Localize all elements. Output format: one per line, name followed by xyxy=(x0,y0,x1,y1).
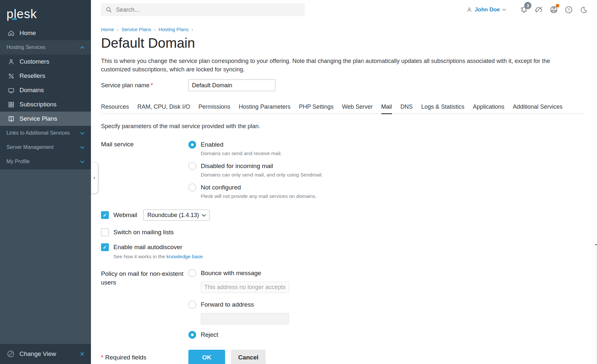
page-title: Default Domain xyxy=(101,35,597,51)
sidebar-section-hosting-services[interactable]: Hosting Services xyxy=(0,40,91,55)
extensions-button[interactable] xyxy=(549,5,559,15)
chevron-up-icon xyxy=(80,46,84,50)
radio-reject[interactable] xyxy=(188,331,196,339)
webmail-select[interactable]: Roundcube (1.4.13) xyxy=(143,210,210,221)
option-description: Plesk will not provide any mail services… xyxy=(201,193,317,199)
cloud-status-button[interactable] xyxy=(534,5,544,15)
dark-mode-button[interactable] xyxy=(579,5,589,15)
radio-forward[interactable] xyxy=(188,301,196,309)
mailing-lists-checkbox[interactable] xyxy=(101,228,109,236)
forward-address-input[interactable] xyxy=(201,313,289,324)
grid-icon xyxy=(7,101,15,108)
policy-option-reject[interactable]: Reject xyxy=(188,331,289,339)
policy-option-bounce[interactable]: Bounce with message xyxy=(188,269,289,277)
sidebar-section-links-additional-services[interactable]: Links to Additional Services xyxy=(0,126,91,140)
chevron-down-icon xyxy=(80,130,84,135)
policy-option-forward[interactable]: Forward to address xyxy=(188,301,289,309)
topbar-right: John Doe 3 ? xyxy=(466,5,589,15)
tab-applications[interactable]: Applications xyxy=(473,103,504,114)
notifications-button[interactable]: 3 xyxy=(519,5,529,15)
radio-disabled-incoming[interactable] xyxy=(188,162,196,170)
option-label: Disabled for incoming mail xyxy=(201,162,323,170)
scrollbar-track xyxy=(595,245,597,364)
chevron-down-icon xyxy=(502,7,506,11)
option-label: Reject xyxy=(201,331,218,339)
sidebar: plesk Home Hosting Services Customers Re… xyxy=(0,0,91,364)
radio-enabled[interactable] xyxy=(188,141,196,149)
option-label: Forward to address xyxy=(201,301,254,309)
option-label: Enabled xyxy=(201,141,282,149)
option-description: Domains can only send mail, and only usi… xyxy=(201,172,323,178)
mail-option-not-configured[interactable]: Not configured Plesk will not provide an… xyxy=(188,184,323,199)
option-description: Domains can send and receive mail. xyxy=(201,151,282,156)
webmail-label: Webmail xyxy=(113,212,137,219)
required-asterisk: * xyxy=(151,82,153,89)
tab-permissions[interactable]: Permissions xyxy=(198,103,230,114)
tab-php-settings[interactable]: PHP Settings xyxy=(299,103,334,114)
sidebar-item-service-plans[interactable]: Service Plans xyxy=(0,112,91,126)
sidebar-item-label: Service Plans xyxy=(19,115,57,122)
plesk-logo[interactable]: plesk xyxy=(0,0,91,26)
autodiscover-row: ✓ Enable mail autodiscover xyxy=(101,243,597,251)
breadcrumb-hosting-plans[interactable]: Hosting Plans xyxy=(159,27,189,32)
tab-hosting-parameters[interactable]: Hosting Parameters xyxy=(239,103,290,114)
breadcrumb-home[interactable]: Home xyxy=(101,27,114,32)
plan-name-input[interactable] xyxy=(188,79,275,91)
tab-mail[interactable]: Mail xyxy=(381,103,392,114)
sidebar-section-label: Links to Additional Services xyxy=(6,130,70,136)
tab-logs-statistics[interactable]: Logs & Statistics xyxy=(421,103,464,114)
sidebar-section-label: Server Management xyxy=(6,144,54,150)
chevron-down-icon xyxy=(202,212,206,217)
home-icon xyxy=(7,29,15,37)
svg-text:?: ? xyxy=(567,7,570,12)
cancel-button[interactable]: Cancel xyxy=(231,350,266,364)
sidebar-section-label: Hosting Services xyxy=(6,44,45,50)
search-box[interactable] xyxy=(101,3,305,16)
mail-option-disabled-incoming[interactable]: Disabled for incoming mail Domains can o… xyxy=(188,162,323,178)
sidebar-collapse-handle[interactable]: ‹ xyxy=(91,162,98,193)
sidebar-item-label: Domains xyxy=(19,87,44,94)
radio-not-configured[interactable] xyxy=(188,184,196,191)
search-input[interactable] xyxy=(116,6,285,13)
tab-dns[interactable]: DNS xyxy=(400,103,413,114)
mail-service-label: Mail service xyxy=(101,141,188,205)
sidebar-section-server-management[interactable]: Server Management xyxy=(0,140,91,154)
page-description-line2: customized subscriptions, which are lock… xyxy=(101,65,597,74)
sidebar-item-domains[interactable]: Domains xyxy=(0,83,91,97)
user-menu[interactable]: John Doe xyxy=(466,6,505,13)
sidebar-section-my-profile[interactable]: My Profile xyxy=(0,154,91,169)
question-icon: ? xyxy=(564,5,573,14)
autodiscover-hint: See how it works in the knowledge base xyxy=(113,254,597,260)
sidebar-item-customers[interactable]: Customers xyxy=(0,55,91,69)
tab-additional-services[interactable]: Additional Services xyxy=(513,103,563,114)
sidebar-item-label: Home xyxy=(19,30,36,37)
sidebar-item-resellers[interactable]: Resellers xyxy=(0,69,91,83)
webmail-checkbox[interactable]: ✓ xyxy=(101,211,109,219)
tab-ram-cpu-disk[interactable]: RAM, CPU, Disk I/O xyxy=(137,103,190,114)
close-icon[interactable]: × xyxy=(80,351,84,357)
mail-option-enabled[interactable]: Enabled Domains can send and receive mai… xyxy=(188,141,323,156)
autodiscover-checkbox[interactable]: ✓ xyxy=(101,243,109,251)
sidebar-item-home[interactable]: Home xyxy=(0,26,91,40)
knowledge-base-link[interactable]: knowledge base xyxy=(167,254,203,259)
breadcrumb-service-plans[interactable]: Service Plans xyxy=(121,27,151,32)
breadcrumb: Home › Service Plans › Hosting Plans › xyxy=(101,27,597,32)
bounce-message-input[interactable] xyxy=(201,282,289,293)
sidebar-item-subscriptions[interactable]: Subscriptions xyxy=(0,97,91,112)
tab-web-server[interactable]: Web Server xyxy=(342,103,373,114)
main-content: Home › Service Plans › Hosting Plans › D… xyxy=(91,19,597,364)
tab-resources[interactable]: Resources xyxy=(101,103,129,114)
policy-label: Policy on mail for non-existent users xyxy=(101,269,188,339)
mail-service-options: Enabled Domains can send and receive mai… xyxy=(188,141,323,205)
radio-bounce[interactable] xyxy=(188,269,196,277)
page-description: This is where you change the service pla… xyxy=(101,57,597,74)
user-name: John Doe xyxy=(475,6,500,13)
scrollbar-artifact xyxy=(595,244,597,245)
ok-button[interactable]: OK xyxy=(188,350,225,364)
change-view-bar[interactable]: Change View × xyxy=(0,344,91,364)
topbar: John Doe 3 ? xyxy=(91,0,597,19)
webmail-row: ✓ Webmail Roundcube (1.4.13) xyxy=(101,210,597,221)
policy-row: Policy on mail for non-existent users Bo… xyxy=(101,269,597,339)
required-asterisk: * xyxy=(101,354,103,361)
help-button[interactable]: ? xyxy=(564,5,574,15)
